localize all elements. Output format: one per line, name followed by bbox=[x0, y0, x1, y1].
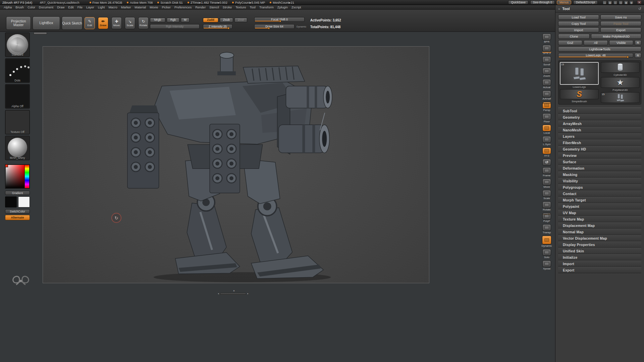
menu-item[interactable]: Zplugin bbox=[276, 5, 289, 9]
interface-layout-icon[interactable]: ▦ bbox=[608, 0, 612, 4]
mrgb-button[interactable]: Mrgb bbox=[150, 18, 165, 22]
menu-item[interactable]: Transform bbox=[258, 5, 275, 9]
tool-section-row[interactable]: Unified Skin bbox=[558, 248, 641, 254]
menu-item[interactable]: Light bbox=[96, 5, 107, 9]
document-area[interactable] bbox=[43, 46, 429, 283]
right-shelf-button[interactable]: Move bbox=[542, 179, 551, 188]
menu-item[interactable]: Tool bbox=[248, 5, 257, 9]
right-shelf-button[interactable]: Actual bbox=[542, 79, 551, 89]
tool-mode-button[interactable]: ↻ Rotate bbox=[138, 17, 149, 29]
switchcolor-button[interactable]: SwitchColor bbox=[5, 209, 30, 214]
right-shelf-button[interactable]: XYZ bbox=[542, 147, 551, 157]
tool-section-row[interactable]: Visibility bbox=[558, 178, 641, 184]
menu-item[interactable]: Texture bbox=[234, 5, 248, 9]
tool-section-row[interactable]: Geometry bbox=[558, 114, 641, 120]
menu-item[interactable]: Preferences bbox=[173, 5, 193, 9]
saturation-value-square[interactable] bbox=[6, 165, 24, 188]
tool-section-row[interactable]: FiberMesh bbox=[558, 139, 641, 146]
zsub-button[interactable]: Zsub bbox=[220, 18, 233, 22]
right-shelf-button[interactable]: Transp bbox=[542, 224, 551, 234]
right-shelf-button[interactable]: ↺ bbox=[542, 159, 551, 166]
tool-section-row[interactable]: Deformation bbox=[558, 165, 641, 171]
interface-layout-icon[interactable]: ▧ bbox=[619, 0, 623, 4]
zadd-button[interactable]: Zadd bbox=[203, 18, 218, 22]
tool-section-row[interactable]: UV Map bbox=[558, 209, 641, 216]
tool-section-row[interactable]: SubTool bbox=[558, 108, 641, 114]
tool-section-row[interactable]: Morph Target bbox=[558, 197, 641, 203]
tool-section-row[interactable]: Texture Map bbox=[558, 216, 641, 222]
goz-r-button[interactable]: R bbox=[635, 40, 641, 45]
right-shelf-button[interactable]: Scroll bbox=[542, 56, 551, 66]
tool-mode-button[interactable]: ✏ Draw bbox=[98, 17, 108, 29]
make-polymesh3d-button[interactable]: Make PolyMesh3D bbox=[591, 34, 641, 39]
clone-button[interactable]: Clone bbox=[558, 34, 590, 39]
stroke-selector[interactable]: Dots bbox=[5, 58, 30, 83]
interface-layout-icon[interactable]: ◉ bbox=[629, 0, 634, 4]
menu-item[interactable]: Movie bbox=[148, 5, 160, 9]
see-through-button[interactable]: See-through 0 bbox=[530, 0, 555, 4]
zcut-button[interactable]: Zcut bbox=[234, 18, 247, 22]
z-intensity-slider[interactable]: Z Intensity 25 bbox=[203, 24, 232, 29]
menu-item[interactable]: Layer bbox=[85, 5, 96, 9]
menu-item[interactable]: Marker bbox=[119, 5, 133, 9]
restore-config-button[interactable]: R bbox=[635, 53, 641, 58]
tool-thumb-polymesh3d[interactable]: ★ bbox=[601, 77, 640, 88]
alternate-button[interactable]: Alternate bbox=[5, 215, 30, 220]
main-color-swatch[interactable] bbox=[5, 196, 17, 207]
tool-thumb-cylinder3d[interactable] bbox=[601, 62, 640, 73]
menus-toggle-button[interactable]: Menus bbox=[557, 0, 571, 4]
load-tool-button[interactable]: Load Tool bbox=[558, 15, 599, 20]
collapse-panel-icon[interactable]: « bbox=[558, 7, 560, 11]
focal-shift-slider[interactable]: Focal Shift 0 bbox=[254, 17, 305, 22]
m-button[interactable]: M bbox=[181, 18, 190, 22]
tool-section-row[interactable]: Export bbox=[558, 267, 641, 273]
material-selector[interactable]: MAH_Shiny bbox=[5, 136, 30, 160]
right-shelf-button[interactable]: Line Fill PolyF bbox=[542, 213, 551, 223]
right-shelf-button[interactable]: BPR bbox=[542, 34, 551, 43]
quicksave-button[interactable]: QuickSave bbox=[508, 0, 528, 4]
tool-section-row[interactable]: Polygroups bbox=[558, 184, 641, 190]
tool-section-row[interactable]: Initialize bbox=[558, 254, 641, 260]
menu-item[interactable]: Macro bbox=[107, 5, 119, 9]
right-shelf-button[interactable]: Dynamic Persp bbox=[542, 102, 551, 112]
tool-section-row[interactable]: Normal Map bbox=[558, 229, 641, 235]
goz-visible-button[interactable]: Visible bbox=[609, 40, 633, 45]
tool-section-row[interactable]: Masking bbox=[558, 171, 641, 178]
lightbox-button[interactable]: LightBox bbox=[33, 16, 60, 30]
tool-section-row[interactable]: Display Properties bbox=[558, 241, 641, 248]
secondary-color-swatch[interactable] bbox=[18, 196, 30, 207]
menu-item[interactable]: Picker bbox=[160, 5, 172, 9]
tool-section-row[interactable]: Geometry HD bbox=[558, 146, 641, 152]
draw-size-slider[interactable]: Draw Size 64 bbox=[254, 24, 294, 29]
menu-item[interactable]: Color bbox=[26, 5, 37, 9]
right-shelf-button[interactable]: Scale bbox=[542, 190, 551, 200]
tool-thumb-lowerlegs-selected[interactable]: 15 bbox=[560, 62, 599, 85]
color-picker[interactable] bbox=[5, 164, 30, 189]
document-resize-handle[interactable] bbox=[34, 32, 47, 35]
rgb-button[interactable]: Rgb bbox=[167, 18, 179, 22]
export-tool-button[interactable]: Export bbox=[600, 27, 641, 33]
active-tool-slider[interactable]: LowerLegs. 48 bbox=[558, 53, 633, 58]
tool-section-row[interactable]: Import bbox=[558, 260, 641, 267]
bottom-tray-toggle[interactable]: ▲ bbox=[233, 289, 235, 292]
right-shelf-button[interactable]: SPix 3 bbox=[542, 45, 551, 55]
rgb-intensity-slider[interactable]: Rgb Intensity bbox=[150, 24, 200, 29]
tool-section-row[interactable]: Displacement Map bbox=[558, 222, 641, 229]
tool-thumb-lowerlegs[interactable]: 15 bbox=[601, 92, 640, 103]
default-zscript-button[interactable]: DefaultZScript bbox=[573, 0, 598, 4]
right-shelf-button[interactable]: Frame bbox=[542, 167, 551, 177]
right-shelf-button[interactable]: Dynamic bbox=[541, 236, 552, 247]
brush-selector[interactable]: Standard bbox=[5, 33, 30, 57]
tool-mode-button[interactable]: ↘ Scale bbox=[125, 17, 135, 29]
history-icon[interactable]: ↺ bbox=[638, 7, 641, 11]
menu-item[interactable]: Alpha bbox=[2, 5, 13, 9]
interface-layout-icon[interactable]: ▥ bbox=[613, 0, 618, 4]
tool-mode-button[interactable]: ✎ Edit bbox=[85, 17, 95, 29]
interface-layout-icon[interactable]: ▣ bbox=[624, 0, 628, 4]
tool-mode-button[interactable]: ✚ Move bbox=[111, 17, 122, 29]
menu-item[interactable]: Edit bbox=[66, 5, 75, 9]
menu-item[interactable]: Render bbox=[194, 5, 207, 9]
menu-item[interactable]: Zscript bbox=[290, 5, 303, 9]
tool-thumb-simplebrush[interactable]: S bbox=[560, 89, 599, 99]
projection-master-button[interactable]: Projection Master bbox=[6, 16, 31, 30]
